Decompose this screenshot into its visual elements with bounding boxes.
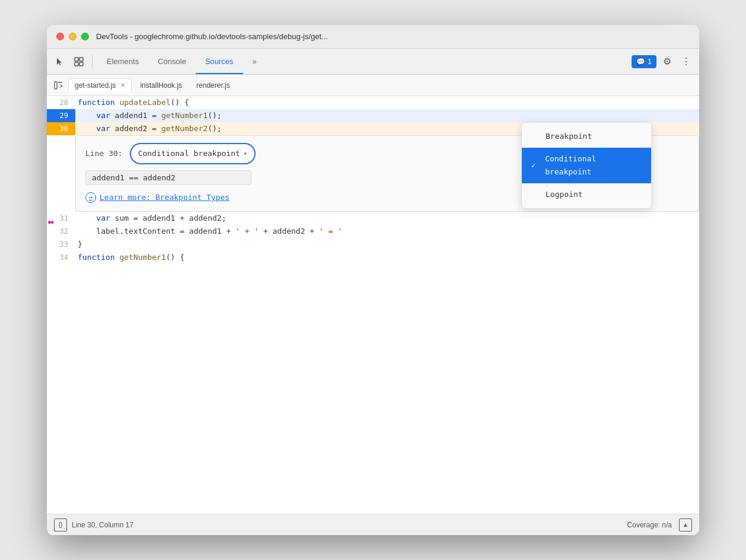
code-line-29: 29 var addend1 = getNumber1();	[47, 109, 699, 122]
file-tabs: get-started.js ✕ installHook.js renderer…	[47, 75, 699, 96]
code-line-33: 33 }	[47, 238, 699, 251]
line-content-31: var sum = addend1 + addend2;	[75, 212, 699, 225]
line-content-33: }	[75, 238, 699, 251]
code-line-32: 32 label.textContent = addend1 + ' + ' +…	[47, 225, 699, 238]
file-tab-get-started[interactable]: get-started.js ✕	[68, 78, 132, 93]
file-panel-toggle[interactable]	[52, 78, 66, 93]
code-lines: 28 function updateLabel() { 29 var adden…	[47, 96, 699, 264]
line-number-31[interactable]: ●● 31	[47, 212, 75, 225]
menu-item-conditional[interactable]: ✓ Conditional breakpoint	[522, 148, 651, 183]
svg-rect-1	[79, 58, 83, 61]
svg-rect-0	[75, 58, 78, 61]
svg-rect-4	[55, 82, 57, 89]
menu-item-logpoint[interactable]: Logpoint	[522, 183, 651, 206]
line-number-32[interactable]: 32	[47, 225, 75, 238]
line-number-34[interactable]: 34	[47, 251, 75, 264]
file-tab-renderer[interactable]: renderer.js	[190, 79, 236, 92]
line-number-33[interactable]: 33	[47, 238, 75, 251]
svg-rect-3	[79, 62, 83, 66]
info-circle-icon: →	[85, 192, 96, 203]
cursor-position: Line 30, Column 17	[72, 521, 133, 529]
main-toolbar: Elements Console Sources » 💬 1 ⚙	[47, 49, 699, 75]
line-content-29: var addend1 = getNumber1();	[75, 109, 699, 122]
bp-dropdown-text: Conditional breakpoint	[138, 147, 240, 160]
main-tabs: Elements Console Sources »	[97, 49, 629, 74]
code-line-31: ●● 31 var sum = addend1 + addend2;	[47, 212, 699, 225]
file-tab-install-hook[interactable]: installHook.js	[134, 79, 188, 92]
bp-condition-input[interactable]	[85, 170, 251, 185]
code-line-28: 28 function updateLabel() {	[47, 96, 699, 109]
learn-more-text: Learn more: Breakpoint Types	[100, 191, 229, 204]
minimize-button[interactable]	[69, 33, 76, 40]
cursor-icon[interactable]	[52, 53, 68, 70]
tab-more[interactable]: »	[243, 49, 266, 74]
tab-console[interactable]: Console	[148, 49, 196, 74]
inspect-icon[interactable]	[71, 53, 87, 70]
line-content-32: label.textContent = addend1 + ' + ' + ad…	[75, 225, 699, 238]
code-editor[interactable]: 28 function updateLabel() { 29 var adden…	[47, 96, 699, 514]
code-line-34: 34 function getNumber1() {	[47, 251, 699, 264]
devtools-container: Elements Console Sources » 💬 1 ⚙	[47, 49, 699, 535]
line-number-30[interactable]: 30	[47, 122, 75, 135]
toolbar-right: 💬 1 ⚙ ⋮	[632, 53, 694, 70]
more-icon: ⋮	[681, 56, 691, 67]
badge-count: 1	[648, 58, 652, 66]
notifications-badge[interactable]: 💬 1	[632, 55, 656, 68]
dropdown-arrow-icon: ▾	[244, 147, 247, 160]
svg-rect-2	[75, 62, 78, 66]
window-title: DevTools - googlechrome.github.io/devtoo…	[96, 32, 328, 41]
gear-icon: ⚙	[663, 56, 671, 67]
status-right: Coverage: n/a ▲	[627, 518, 692, 532]
menu-item-breakpoint[interactable]: Breakpoint	[522, 125, 651, 148]
line-number-29[interactable]: 29	[47, 109, 75, 122]
tab-sources[interactable]: Sources	[196, 49, 243, 74]
bp-line-label: Line 30:	[85, 147, 123, 160]
traffic-lights	[56, 33, 89, 40]
more-options-button[interactable]: ⋮	[678, 53, 694, 70]
settings-button[interactable]: ⚙	[659, 53, 675, 70]
badge-icon: 💬	[636, 58, 645, 66]
code-line-30: 30 var addend2 = getNumber2(); Breakpoin…	[47, 122, 699, 135]
maximize-button[interactable]	[81, 33, 89, 40]
devtools-window: DevTools - googlechrome.github.io/devtoo…	[47, 25, 699, 535]
line-content-28: function updateLabel() {	[75, 96, 699, 109]
titlebar: DevTools - googlechrome.github.io/devtoo…	[47, 25, 699, 49]
close-button[interactable]	[56, 33, 64, 40]
coverage-label: Coverage: n/a	[627, 521, 672, 529]
check-mark-icon: ✓	[531, 159, 540, 172]
scroll-to-top-button[interactable]: ▲	[679, 518, 692, 532]
line-content-34: function getNumber1() {	[75, 251, 699, 264]
dropdown-menu: Breakpoint ✓ Conditional breakpoint Logp…	[521, 122, 652, 209]
format-code-button[interactable]: {}	[54, 518, 67, 532]
tab-elements[interactable]: Elements	[97, 49, 148, 74]
status-left: {} Line 30, Column 17	[54, 518, 133, 532]
line-number-28[interactable]: 28	[47, 96, 75, 109]
toolbar-divider	[92, 55, 93, 69]
close-tab-icon[interactable]: ✕	[120, 82, 125, 88]
status-bar: {} Line 30, Column 17 Coverage: n/a ▲	[47, 514, 699, 535]
bp-type-dropdown[interactable]: Conditional breakpoint ▾	[130, 143, 256, 164]
